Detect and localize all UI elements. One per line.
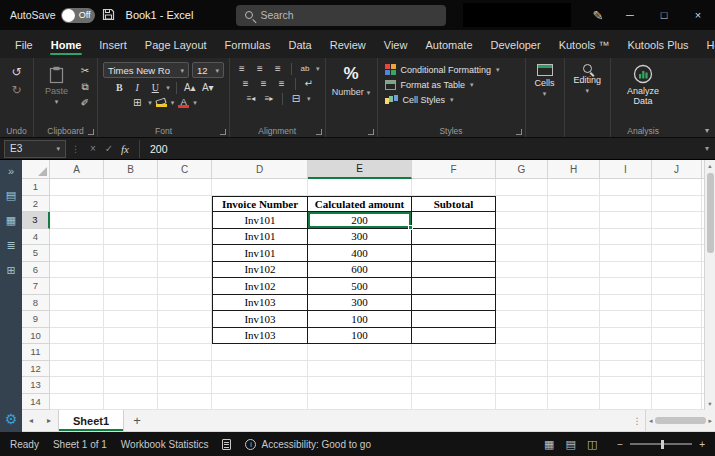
cell-G10[interactable]: [496, 328, 548, 345]
number-format-select[interactable]: Number ▾: [332, 87, 371, 97]
cell-E6[interactable]: 600: [308, 262, 412, 279]
cell-D11[interactable]: [212, 344, 308, 361]
row-header-13[interactable]: 13: [22, 377, 50, 394]
cell-G3[interactable]: [496, 212, 548, 229]
number-dialog-launcher[interactable]: [368, 129, 374, 135]
bold-button[interactable]: B: [112, 81, 126, 94]
cell-I10[interactable]: [600, 328, 652, 345]
new-sheet-button[interactable]: +: [124, 410, 150, 431]
cell-E8[interactable]: 300: [308, 295, 412, 312]
ribbon-collapse-button[interactable]: ▾: [705, 126, 709, 135]
cell-A13[interactable]: [50, 377, 104, 394]
cell-H2[interactable]: [548, 196, 600, 213]
editing-button[interactable]: Editing ▾: [570, 62, 606, 96]
cell-G12[interactable]: [496, 361, 548, 378]
borders-button[interactable]: ⊞: [130, 96, 144, 109]
cell-E9[interactable]: 100: [308, 311, 412, 328]
insert-function-button[interactable]: fx: [117, 143, 133, 155]
cell-H6[interactable]: [548, 262, 600, 279]
row-header-6[interactable]: 6: [22, 262, 50, 279]
row-header-9[interactable]: 9: [22, 311, 50, 328]
redo-button[interactable]: ↻: [11, 84, 21, 96]
cell-J2[interactable]: [652, 196, 702, 213]
sheet-bar-splitter[interactable]: ⋮: [629, 410, 645, 431]
styles-dialog-launcher[interactable]: [516, 129, 522, 135]
cell-D2[interactable]: Invoice Number: [212, 196, 308, 213]
copy-button[interactable]: ⧉: [78, 80, 92, 93]
zoom-slider[interactable]: [630, 443, 692, 445]
undo-button[interactable]: ↺: [11, 66, 21, 78]
cell-A9[interactable]: [50, 311, 104, 328]
page-layout-view-button[interactable]: ▤: [566, 438, 576, 451]
cell-E2[interactable]: Calculated amount: [308, 196, 412, 213]
tab-review[interactable]: Review: [321, 34, 375, 58]
font-size-select[interactable]: 12 ▾: [192, 62, 224, 78]
font-color-button[interactable]: A: [178, 97, 189, 109]
zoom-slider-thumb[interactable]: [661, 440, 664, 449]
cell-F8[interactable]: [412, 295, 496, 312]
align-right-button[interactable]: ≡: [275, 77, 289, 90]
cell-H1[interactable]: [548, 179, 600, 196]
cell-A7[interactable]: [50, 278, 104, 295]
tab-file[interactable]: File: [6, 34, 42, 58]
cell-B9[interactable]: [104, 311, 158, 328]
cut-button[interactable]: ✂: [78, 64, 92, 77]
cell-H9[interactable]: [548, 311, 600, 328]
save-button[interactable]: [102, 8, 115, 23]
sheet-nav-right-button[interactable]: ▸: [40, 410, 58, 431]
cell-styles-button[interactable]: Cell Styles ▾: [383, 92, 454, 107]
fill-color-button[interactable]: [156, 99, 167, 107]
cell-F2[interactable]: Subtotal: [412, 196, 496, 213]
row-header-4[interactable]: 4: [22, 229, 50, 246]
cell-E10[interactable]: 100: [308, 328, 412, 345]
cell-J6[interactable]: [652, 262, 702, 279]
formula-bar-expand-button[interactable]: ▾: [699, 144, 715, 153]
formula-input[interactable]: 200: [139, 140, 699, 158]
cell-J14[interactable]: [652, 394, 702, 411]
cell-G5[interactable]: [496, 245, 548, 262]
maximize-button[interactable]: □: [647, 0, 681, 30]
cell-G4[interactable]: [496, 229, 548, 246]
align-bottom-button[interactable]: ≡: [271, 62, 285, 75]
cell-I4[interactable]: [600, 229, 652, 246]
cell-J3[interactable]: [652, 212, 702, 229]
cell-F3[interactable]: [412, 212, 496, 229]
tab-help[interactable]: Help: [698, 34, 715, 58]
cell-C5[interactable]: [158, 245, 212, 262]
cell-C13[interactable]: [158, 377, 212, 394]
tab-automate[interactable]: Automate: [416, 34, 481, 58]
cell-F6[interactable]: [412, 262, 496, 279]
cell-B14[interactable]: [104, 394, 158, 411]
cell-D8[interactable]: Inv103: [212, 295, 308, 312]
tab-developer[interactable]: Developer: [482, 34, 550, 58]
cell-D7[interactable]: Inv102: [212, 278, 308, 295]
cell-A10[interactable]: [50, 328, 104, 345]
analyze-data-button[interactable]: Analyze Data: [616, 62, 670, 109]
cell-C7[interactable]: [158, 278, 212, 295]
cell-F14[interactable]: [412, 394, 496, 411]
cell-B8[interactable]: [104, 295, 158, 312]
search-input[interactable]: Search: [236, 5, 446, 26]
cell-I9[interactable]: [600, 311, 652, 328]
page-break-view-button[interactable]: ◫: [587, 438, 597, 451]
cell-D3[interactable]: Inv101: [212, 212, 308, 229]
tab-kutools[interactable]: Kutools ™: [550, 34, 619, 58]
cell-C4[interactable]: [158, 229, 212, 246]
cell-G14[interactable]: [496, 394, 548, 411]
tab-view[interactable]: View: [375, 34, 417, 58]
cell-E13[interactable]: [308, 377, 412, 394]
row-header-2[interactable]: 2: [22, 196, 50, 213]
cell-H10[interactable]: [548, 328, 600, 345]
cell-D1[interactable]: [212, 179, 308, 196]
enter-button[interactable]: ✓: [101, 143, 117, 154]
column-header-B[interactable]: B: [104, 160, 158, 179]
cell-C9[interactable]: [158, 311, 212, 328]
zoom-in-button[interactable]: +: [699, 439, 705, 450]
tab-data[interactable]: Data: [279, 34, 320, 58]
cell-A11[interactable]: [50, 344, 104, 361]
cell-I3[interactable]: [600, 212, 652, 229]
horizontal-scroll-thumb[interactable]: [655, 417, 707, 424]
cell-B4[interactable]: [104, 229, 158, 246]
cell-A14[interactable]: [50, 394, 104, 411]
cell-B13[interactable]: [104, 377, 158, 394]
